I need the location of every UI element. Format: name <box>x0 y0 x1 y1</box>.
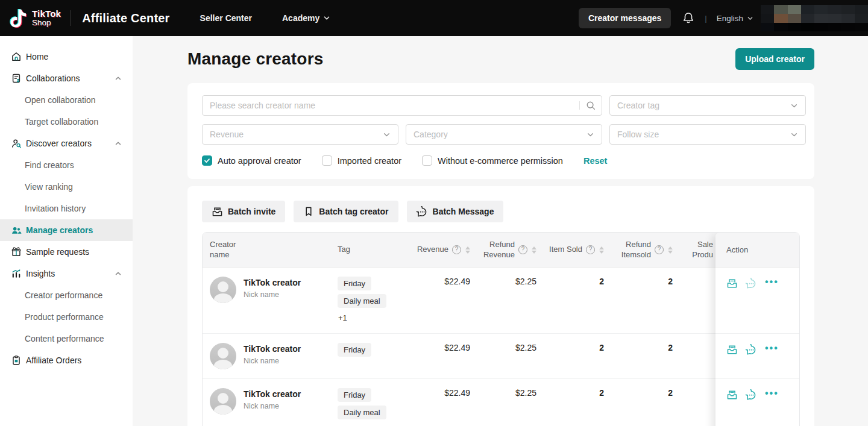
language-selector[interactable]: English <box>717 14 753 23</box>
column-header-refund-itemsold[interactable]: Refund Itemsold? <box>606 233 675 267</box>
upload-creator-button[interactable]: Upload creator <box>735 48 814 70</box>
checkbox-box[interactable] <box>202 155 212 166</box>
checkbox-imported-creator[interactable]: Imported creator <box>322 155 401 166</box>
collaborations-icon <box>11 73 22 84</box>
creator-nick-name: Nick name <box>244 357 301 365</box>
sale-products-cell <box>675 268 715 333</box>
dropdown-placeholder: Creator tag <box>617 101 659 110</box>
sidebar-item-invitation-history[interactable]: Invitation history <box>0 198 133 219</box>
help-icon[interactable]: ? <box>518 245 527 254</box>
checkbox-box[interactable] <box>322 155 332 166</box>
creator-avatar[interactable] <box>210 277 236 303</box>
batch-actions-row: Batch inviteBatch tag creatorBatch Messa… <box>202 201 800 222</box>
app-root: TikTok Shop Affiliate Center Seller Cent… <box>0 0 868 426</box>
cell-refund-revenue: $2.25 <box>473 334 539 378</box>
invite-icon[interactable] <box>726 389 738 401</box>
sidebar-item-home[interactable]: Home <box>0 46 133 67</box>
invite-icon[interactable] <box>726 278 738 289</box>
column-header-label: Creator name <box>210 240 252 260</box>
column-header-revenue[interactable]: Revenue? <box>421 233 473 267</box>
cell-item-sold: 2 <box>539 268 606 333</box>
chevron-down-icon <box>747 15 753 22</box>
nav-seller-center[interactable]: Seller Center <box>200 13 252 23</box>
reset-filters-link[interactable]: Reset <box>583 156 608 166</box>
column-header-tag: Tag <box>335 233 421 267</box>
column-header-creator-name: Creator name <box>203 233 335 267</box>
orders-icon <box>11 355 22 366</box>
item-sold-value: 2 <box>599 388 604 398</box>
chat-icon <box>417 206 428 218</box>
refund-revenue-value: $2.25 <box>515 343 536 352</box>
filter-dropdown-follow-size[interactable]: Follow size <box>609 124 806 145</box>
sidebar-item-label: Target collaboration <box>25 117 133 127</box>
batch-invite-button[interactable]: Batch invite <box>202 201 285 222</box>
sidebar-item-find-creators[interactable]: Find creators <box>0 154 133 176</box>
chat-icon[interactable] <box>746 344 757 356</box>
checkbox-auto-approval-creator[interactable]: Auto approval creator <box>202 155 301 166</box>
more-actions-icon[interactable]: ••• <box>765 278 779 286</box>
sidebar-item-discover-creators[interactable]: Discover creators <box>0 133 133 154</box>
checkbox-box[interactable] <box>422 155 432 166</box>
sidebar-item-sample-requests[interactable]: Sample requests <box>0 241 133 263</box>
main-content: Manage creators Upload creator Creator t… <box>133 36 868 426</box>
creator-info: TikTok creatorNick name <box>244 388 301 419</box>
sidebar-item-label: Product performance <box>25 312 133 322</box>
cell-refund-itemsold: 2 <box>606 379 675 426</box>
search-addon <box>579 100 596 111</box>
account-blurred-avatar[interactable] <box>761 5 868 31</box>
column-header-label: Sale Produ <box>678 240 713 260</box>
notification-bell-icon[interactable] <box>682 11 695 25</box>
chat-icon[interactable] <box>746 389 757 401</box>
search-icon[interactable] <box>585 100 596 111</box>
more-actions-icon[interactable]: ••• <box>765 389 779 398</box>
creator-messages-button[interactable]: Creator messages <box>579 8 671 28</box>
sort-icon[interactable] <box>465 246 470 254</box>
batch-message-button[interactable]: Batch Message <box>407 201 504 222</box>
creator-avatar[interactable] <box>210 343 236 369</box>
more-actions-icon[interactable]: ••• <box>765 344 779 352</box>
sort-icon[interactable] <box>532 246 536 254</box>
filter-dropdown-category[interactable]: Category <box>406 124 602 145</box>
more-tags[interactable]: +1 <box>338 312 348 324</box>
sidebar-item-creator-performance[interactable]: Creator performance <box>0 284 133 306</box>
help-icon[interactable]: ? <box>452 245 461 254</box>
nav-seller-center-label: Seller Center <box>200 13 252 23</box>
filter-dropdown-creator-tag[interactable]: Creator tag <box>609 95 806 116</box>
help-icon[interactable]: ? <box>586 245 595 254</box>
revenue-value: $22.49 <box>444 343 470 352</box>
filter-checkboxes-row: Auto approval creatorImported creatorWit… <box>202 155 806 166</box>
sidebar-item-product-performance[interactable]: Product performance <box>0 306 133 328</box>
creator-search-input[interactable] <box>202 95 602 116</box>
sidebar-item-target-collaboration[interactable]: Target collaboration <box>0 111 133 133</box>
checkbox-without-e-commerce-permission[interactable]: Without e-commerce permission <box>422 155 563 166</box>
app-shell: HomeCollaborationsOpen collaborationTarg… <box>0 36 868 426</box>
tiktok-shop-logo[interactable]: TikTok Shop <box>10 7 61 29</box>
creator-avatar[interactable] <box>210 388 236 415</box>
invite-icon[interactable] <box>726 344 738 356</box>
filters-card: Creator tagRevenueCategoryFollow size Au… <box>187 83 814 179</box>
column-header-refund-revenue[interactable]: Refund Revenue? <box>473 233 539 267</box>
sidebar-item-insights[interactable]: Insights <box>0 263 133 284</box>
nav-academy[interactable]: Academy <box>282 13 330 23</box>
page-header: Manage creators Upload creator <box>187 48 814 70</box>
sort-icon[interactable] <box>599 246 604 254</box>
language-label: English <box>717 14 743 23</box>
sidebar-item-collaborations[interactable]: Collaborations <box>0 67 133 89</box>
item-sold-value: 2 <box>599 343 604 352</box>
sidebar-item-affiliate-orders[interactable]: Affiliate Orders <box>0 349 133 371</box>
action-cell: ••• <box>715 268 799 334</box>
logo-wordmark: TikTok Shop <box>32 9 61 27</box>
sidebar-item-content-performance[interactable]: Content performance <box>0 328 133 349</box>
help-icon[interactable]: ? <box>655 245 664 254</box>
sidebar-item-view-ranking[interactable]: View ranking <box>0 176 133 198</box>
chevron-up-icon <box>115 140 122 147</box>
filter-dropdown-revenue[interactable]: Revenue <box>202 124 398 145</box>
sidebar-item-open-collaboration[interactable]: Open collaboration <box>0 89 133 111</box>
column-header-item-sold[interactable]: Item Sold? <box>539 233 606 267</box>
sidebar-item-manage-creators[interactable]: Manage creators <box>0 219 133 241</box>
batch-tag-creator-button[interactable]: Batch tag creator <box>294 201 398 222</box>
sort-icon[interactable] <box>668 246 673 254</box>
creator-tag: Daily meal <box>338 406 386 419</box>
sidebar-item-label: Collaborations <box>26 74 115 83</box>
revenue-value: $22.49 <box>444 277 470 286</box>
